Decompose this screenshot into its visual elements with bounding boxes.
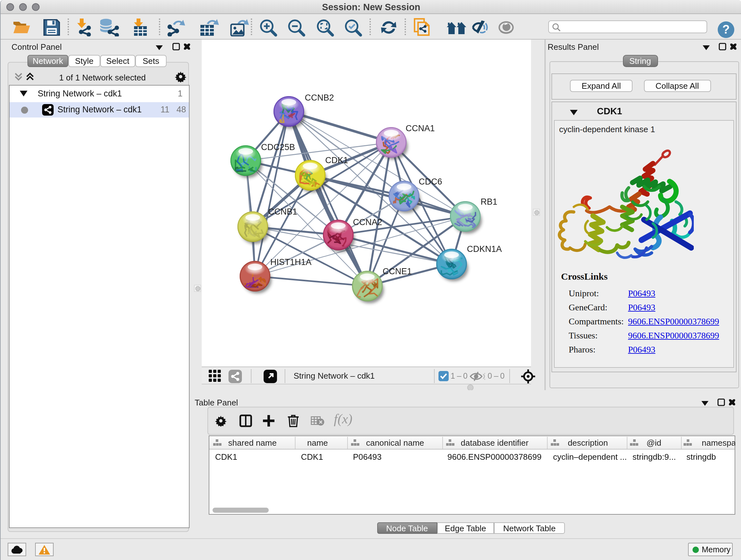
svg-text:CCNE1: CCNE1 [383,266,412,276]
svg-text:CDC6: CDC6 [419,177,442,186]
svg-text:CDK1: CDK1 [325,155,348,165]
svg-text:HIST1H1A: HIST1H1A [270,257,312,267]
svg-text:?: ? [722,23,730,36]
svg-text:RB1: RB1 [481,197,497,206]
svg-text:CDC25B: CDC25B [261,142,295,152]
svg-text:CCNB1: CCNB1 [268,207,297,216]
svg-text:CDKN1A: CDKN1A [467,244,502,254]
svg-text:CCNA2: CCNA2 [353,217,382,227]
svg-text:CCNA1: CCNA1 [406,124,435,133]
svg-text:CCNB2: CCNB2 [305,93,334,103]
